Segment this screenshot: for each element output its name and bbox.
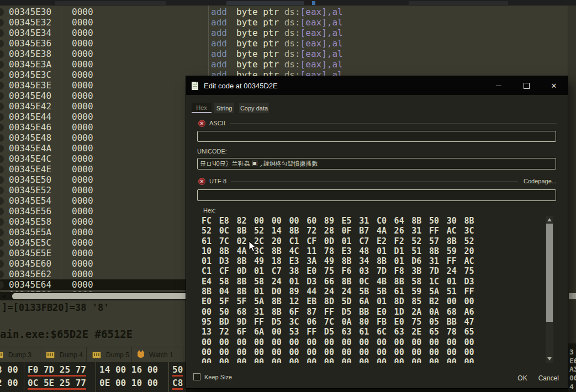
keep-size-checkbox[interactable] <box>193 373 200 380</box>
codepage-button[interactable]: Codepage... <box>524 178 557 184</box>
tab-string[interactable]: String <box>214 103 234 113</box>
tab-hex[interactable]: Hex <box>192 103 212 113</box>
breakpoint-dot-icon[interactable] <box>0 134 4 142</box>
breakpoint-dot-icon[interactable] <box>0 197 4 205</box>
dump-bytes-underlined[interactable]: F0 7D 25 77 <box>28 364 86 377</box>
hex-row[interactable]: 52 0C 8B 52 14 8B 72 28 0F B7 4A 26 31 F… <box>202 226 544 236</box>
hex-row[interactable]: 00 00 00 00 00 00 00 00 00 00 00 00 00 0… <box>202 357 544 363</box>
breakpoint-dot-icon[interactable] <box>0 8 4 16</box>
dump-bytes-underlined[interactable]: C8 <box>172 378 183 390</box>
scroll-up-arrow-icon[interactable] <box>547 218 552 221</box>
instruction-cell: addbyte ptr ds:[eax],al <box>211 59 343 70</box>
bottom-tab-dump-3[interactable]: Dump 3 <box>0 347 40 362</box>
hex-row[interactable]: 13 72 6F 6A 00 53 FF D5 63 61 6C 63 2E 6… <box>202 327 544 337</box>
close-button[interactable]: ✕ <box>540 76 568 95</box>
hex-row[interactable]: 8B 04 8B 01 D0 89 44 24 24 5B 5B 61 59 5… <box>202 287 544 296</box>
bottom-tab-dump-4[interactable]: Dump 4 <box>40 347 87 362</box>
breakpoint-dot-icon[interactable] <box>0 103 4 110</box>
breakpoint-dot-icon[interactable] <box>0 113 4 121</box>
hex-row[interactable]: E4 58 8B 58 24 01 D3 66 8B 0C 4B 8B 58 1… <box>202 277 544 287</box>
scroll-down-arrow-icon[interactable] <box>547 357 552 361</box>
operand: [eax],al <box>300 17 343 28</box>
hex-row[interactable]: 00 00 00 00 00 00 00 00 00 00 00 00 00 0… <box>202 337 544 347</box>
breakpoint-dot-icon[interactable] <box>0 229 4 236</box>
bottom-tab-watch-1[interactable]: Watch 1 <box>132 347 183 362</box>
maximize-button[interactable] <box>512 76 540 95</box>
breakpoint-dot-icon[interactable] <box>0 281 4 289</box>
hex-row[interactable]: FC E8 82 00 00 00 60 89 E5 31 C0 64 8B 5… <box>202 216 544 226</box>
utf8-input[interactable] <box>197 189 556 201</box>
dump-bytes-underlined[interactable]: 50 <box>172 364 183 377</box>
mnemonic: add <box>211 59 236 70</box>
tab-copy-data[interactable]: Copy data <box>239 103 269 113</box>
breakpoint-dot-icon[interactable] <box>0 176 4 184</box>
breakpoint-dot-icon[interactable] <box>0 218 4 226</box>
invalid-cross-icon: ✕ <box>198 178 205 185</box>
minimize-button[interactable] <box>485 76 512 95</box>
breakpoint-dot-icon[interactable] <box>0 271 4 278</box>
hex-row[interactable]: 00 50 68 31 8B 6F 87 FF D5 BB E0 1D 2A 0… <box>202 307 544 317</box>
breakpoint-dot-icon[interactable] <box>0 166 4 173</box>
dialog-titlebar[interactable]: Edit code at 00345D2E ✕ <box>186 76 568 95</box>
breakpoint-dot-icon[interactable] <box>0 19 4 27</box>
breakpoint-dot-icon[interactable] <box>0 29 4 37</box>
disassembly-row[interactable]: 00345E300000addbyte ptr ds:[eax],al <box>0 7 576 17</box>
horizontal-scrollbar-thumb[interactable] <box>569 293 576 299</box>
disassembly-row[interactable]: 00345E360000addbyte ptr ds:[eax],al <box>0 38 576 49</box>
dump-bytes[interactable]: 2 00 <box>0 378 18 388</box>
breakpoint-dot-icon[interactable] <box>0 145 4 152</box>
operand-size: byte ptr <box>236 59 284 70</box>
dump-bytes[interactable]: 14 00 16 00 <box>99 364 158 375</box>
operand: [eax],al <box>300 7 343 17</box>
breakpoint-dot-icon[interactable] <box>0 124 4 131</box>
scroll-left-arrow-icon[interactable] <box>2 294 6 299</box>
breakpoint-dot-icon[interactable] <box>0 155 4 163</box>
breakpoint-dot-icon[interactable] <box>0 82 4 89</box>
disassembly-row[interactable]: 00345E380000addbyte ptr ds:[eax],al <box>0 49 576 59</box>
dump-bytes-underlined[interactable]: 0C 5E 25 77 <box>28 378 86 390</box>
ok-button[interactable]: OK <box>517 374 527 382</box>
disassembly-row[interactable]: 00345E3A0000addbyte ptr ds:[eax],al <box>0 59 576 70</box>
disassembly-row[interactable]: 00345E340000addbyte ptr ds:[eax],al <box>0 28 576 38</box>
breakpoint-dot-icon[interactable] <box>0 50 4 58</box>
vertical-scrollbar[interactable] <box>546 216 553 363</box>
cancel-button[interactable]: Cancel <box>538 374 559 382</box>
breakpoint-dot-icon[interactable] <box>0 61 4 68</box>
address-cell: 00345E54 <box>9 195 51 206</box>
bytes-cell: 0000 <box>72 112 93 122</box>
hex-editor[interactable]: FC E8 82 00 00 00 60 89 E5 31 C0 64 8B 5… <box>202 216 544 363</box>
bytes-cell: 0000 <box>72 248 93 258</box>
hex-row[interactable]: C1 CF 0D 01 C7 38 E0 75 F6 03 7D F8 3B 7… <box>202 266 544 276</box>
address-cell: 00345E3E <box>9 80 51 91</box>
hex-row[interactable]: 00 00 00 00 00 00 00 00 00 00 00 00 00 0… <box>202 347 544 357</box>
bytes-cell: 0000 <box>72 227 93 237</box>
vertical-scrollbar-thumb[interactable] <box>546 224 553 322</box>
hex-row[interactable]: 01 D3 8B 49 18 E3 3A 49 8B 34 8B 01 D6 3… <box>202 256 544 266</box>
breakpoint-dot-icon[interactable] <box>0 187 4 194</box>
invalid-cross-icon: ✕ <box>198 120 205 127</box>
breakpoint-dot-icon[interactable] <box>0 239 4 247</box>
screen: 00345E300000addbyte ptr ds:[eax],al00345… <box>0 0 576 392</box>
hex-label: Hex: <box>203 207 216 214</box>
disassembly-row[interactable]: 00345E320000addbyte ptr ds:[eax],al <box>0 17 576 28</box>
breakpoint-dot-icon[interactable] <box>0 208 4 215</box>
breakpoint-dot-icon[interactable] <box>0 71 4 79</box>
breakpoint-dot-icon[interactable] <box>0 250 4 257</box>
segment: ds: <box>284 59 300 70</box>
unicode-input[interactable]: 믅ロЧ0믅冫兰鞋蟲 ▣ ⸝趮烱柊匀暜憤搛搔數 <box>197 158 556 169</box>
address-cell: 00345E34 <box>9 28 51 38</box>
dump-bytes[interactable]: 8 00 <box>0 364 18 375</box>
bottom-tab-label: Watch 1 <box>149 351 173 359</box>
bytes-cell: 0000 <box>72 101 93 112</box>
breakpoint-dot-icon[interactable] <box>0 260 4 268</box>
hex-row[interactable]: E0 5F 5F 5A 8B 12 EB 8D 5D 6A 01 8D 85 B… <box>202 296 544 306</box>
breakpoint-dot-icon[interactable] <box>0 92 4 100</box>
address-cell: 00345E64 <box>9 279 51 290</box>
dump-bytes[interactable]: 0E 00 10 00 <box>99 378 158 388</box>
ascii-input[interactable] <box>197 131 556 142</box>
segment: ds: <box>284 38 300 49</box>
hex-row[interactable]: 95 BD 9D FF D5 3C 06 7C 0A 80 FB E0 75 0… <box>202 317 544 327</box>
bottom-tab-dump-5[interactable]: Dump 5 <box>87 347 132 362</box>
breakpoint-dot-icon[interactable] <box>0 40 4 47</box>
right-edge-panel: 3E6A3004 <box>568 6 576 392</box>
